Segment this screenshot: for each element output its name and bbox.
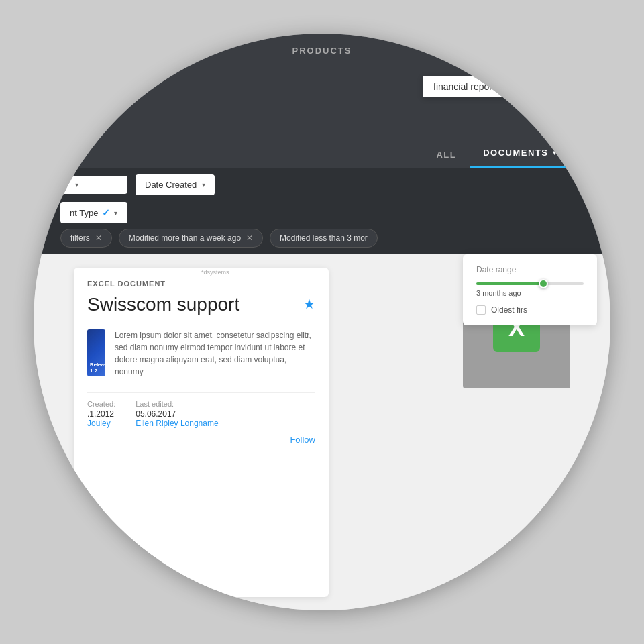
dropdown-arrow-icon: ▾ [114,209,117,217]
slider-fill [476,282,541,285]
last-edited-by[interactable]: Ellen Ripley Longname [136,419,218,428]
doc-type-label: EXCEL DOCUMENT [87,280,315,288]
slider-value: 3 months ago [476,289,584,297]
doc-body: Release 1.2 Lorem ipsum dolor sit amet, … [87,323,315,383]
filter-dropdown-date-modified[interactable]: Date Modified [530,34,610,54]
oldest-first-row: Oldest firs [476,305,584,315]
doc-thumbnail: Release 1.2 [87,329,105,376]
last-edited-label: Last edited: [136,400,218,408]
systems-label: *dsystems [201,269,229,276]
created-date: .1.2012 [87,409,115,419]
doc-meta-edited: Last edited: 05.06.2017 Ellen Ripley Lon… [136,400,218,428]
doc-meta: Created: .1.2012 Jouley Last edited: 05.… [87,392,315,428]
doc-meta-created: Created: .1.2012 Jouley [87,400,115,428]
date-range-label: Date range [476,265,584,274]
dropdown-arrow-icon: ▾ [202,181,205,189]
products-label: PRODUCTS [34,34,610,56]
filter-pill-modified-3months[interactable]: Modified less than 3 mor [270,229,378,248]
oldest-first-label: Oldest firs [491,305,527,315]
search-input[interactable]: financial repor [423,76,570,97]
main-circle: PRODUCTS financial repor ALL DOCUMENTS ▾ [34,34,610,610]
tabs-row: ALL DOCUMENTS ▾ [34,140,610,168]
filter-bar-second: nt Type ✓ ▾ [34,202,610,229]
search-bar-row: financial repor [34,62,610,97]
filter-bar: ▾ Date Created ▾ Date Modified [34,168,610,202]
follow-link[interactable]: Follow [87,435,315,445]
close-icon[interactable]: ✕ [246,233,253,243]
tab-all[interactable]: ALL [423,142,470,168]
slider-thumb[interactable] [539,279,548,288]
dropdown-arrow-icon: ▾ [75,181,78,189]
top-nav: PRODUCTS financial repor ALL DOCUMENTS ▾ [34,34,610,168]
created-label: Created: [87,400,115,408]
created-by[interactable]: Jouley [87,419,115,428]
filter-dropdown-1[interactable]: ▾ [60,176,127,194]
filter-pill-modified-week[interactable]: Modified more than a week ago ✕ [119,229,263,248]
app-wrapper: PRODUCTS financial repor ALL DOCUMENTS ▾ [34,34,610,610]
filter-dropdown-date-created[interactable]: Date Created ▾ [136,174,215,195]
slider-track [476,282,584,285]
doc-description: Lorem ipsum dolor sit amet, consetetur s… [115,329,315,378]
main-content: *dsystems EXCEL DOCUMENT Swisscom suppor… [34,254,610,610]
close-icon[interactable]: ✕ [95,233,102,243]
oldest-first-checkbox[interactable] [476,305,486,315]
last-edited-date: 05.06.2017 [136,409,218,419]
doc-title: Swisscom support [87,293,239,316]
date-filter-panel: Date range 3 months ago Oldest firs [463,254,597,325]
tab-documents[interactable]: DOCUMENTS ▾ [470,140,570,168]
doc-title-row: Swisscom support ★ [87,293,315,316]
document-card: *dsystems EXCEL DOCUMENT Swisscom suppor… [74,268,329,597]
filter-dropdown-doc-type[interactable]: nt Type ✓ ▾ [60,202,127,223]
thumbnail-label: Release 1.2 [90,362,105,374]
check-icon: ✓ [102,207,110,218]
slider-container[interactable] [476,282,584,285]
star-icon[interactable]: ★ [303,296,315,312]
active-filters-row: filters ✕ Modified more than a week ago … [34,229,610,254]
filter-pill-filters[interactable]: filters ✕ [60,229,112,248]
dropdown-arrow-icon: ▾ [553,149,557,156]
